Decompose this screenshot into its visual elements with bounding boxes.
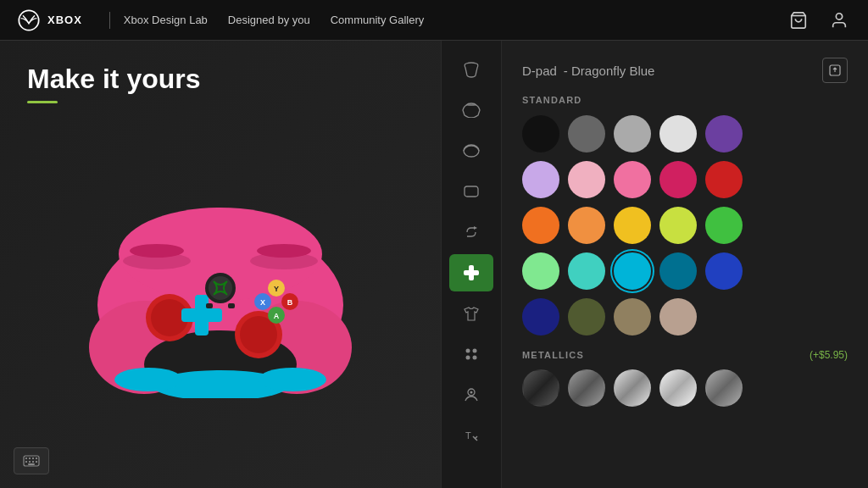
color-section-name: D-pad	[522, 64, 557, 78]
keyboard-icon	[23, 455, 40, 467]
sidebar-item-share[interactable]	[449, 214, 493, 251]
sidebar-item-triggers[interactable]	[449, 92, 493, 129]
svg-marker-45	[474, 226, 477, 230]
color-swatch[interactable]	[614, 161, 651, 198]
export-button[interactable]	[822, 58, 848, 83]
controller-area: Y X B A	[27, 103, 414, 464]
color-swatch[interactable]	[659, 207, 697, 244]
metallics-price: (+$5.95)	[810, 349, 848, 361]
color-swatch[interactable]	[659, 252, 697, 290]
color-swatch[interactable]	[522, 161, 559, 198]
header: XBOX Xbox Design Lab Designed by you Com…	[0, 0, 868, 41]
color-swatch[interactable]	[705, 115, 743, 152]
color-swatch[interactable]	[705, 207, 743, 244]
cart-button[interactable]	[787, 8, 810, 32]
svg-rect-27	[206, 303, 213, 308]
sidebar-item-controller-body[interactable]	[449, 51, 493, 88]
color-swatch[interactable]	[659, 161, 697, 198]
controller-image: Y X B A	[76, 169, 364, 398]
share-icon	[464, 225, 479, 240]
svg-rect-39	[29, 461, 31, 463]
svg-rect-28	[228, 303, 235, 308]
triggers-icon	[461, 103, 481, 118]
svg-rect-42	[28, 463, 35, 465]
dots-icon	[464, 347, 479, 362]
color-swatch[interactable]	[522, 298, 559, 336]
svg-rect-47	[464, 270, 479, 275]
color-swatch[interactable]	[614, 115, 651, 152]
sidebar: T	[441, 41, 502, 488]
text-icon: T	[464, 428, 479, 443]
metallic-color-swatch[interactable]	[705, 369, 743, 407]
shirt-icon	[463, 306, 480, 321]
back-icon	[463, 185, 480, 198]
metallic-color-swatch[interactable]	[522, 369, 559, 407]
color-swatch[interactable]	[568, 115, 605, 152]
svg-point-31	[130, 244, 184, 258]
svg-text:A: A	[274, 312, 280, 320]
svg-point-9	[114, 368, 182, 391]
svg-point-2	[836, 13, 842, 19]
page-title-area: Make it yours	[27, 64, 414, 103]
color-swatch[interactable]	[705, 161, 743, 198]
svg-rect-38	[25, 461, 27, 463]
color-swatch[interactable]	[614, 207, 651, 244]
svg-rect-36	[32, 458, 34, 459]
svg-rect-35	[29, 458, 31, 459]
metallics-label: METALLICS	[522, 350, 584, 360]
metallic-color-swatch[interactable]	[614, 369, 651, 407]
color-swatch[interactable]	[522, 115, 559, 152]
sidebar-item-shirt[interactable]	[449, 295, 493, 332]
sidebar-item-bumpers[interactable]	[449, 132, 493, 169]
standard-color-grid	[522, 115, 848, 336]
main-content: Make it yours	[0, 41, 868, 488]
color-swatch[interactable]	[568, 161, 605, 198]
profile-icon	[464, 387, 479, 402]
color-swatch[interactable]	[568, 298, 605, 336]
svg-point-48	[466, 349, 470, 353]
svg-point-0	[19, 10, 38, 30]
color-swatch[interactable]	[568, 207, 605, 244]
color-swatch[interactable]	[522, 252, 559, 290]
bumpers-icon	[461, 142, 481, 159]
svg-point-10	[259, 368, 326, 391]
dpad-icon	[463, 264, 480, 281]
color-swatch[interactable]	[705, 252, 743, 290]
metallic-color-swatch[interactable]	[659, 369, 697, 407]
color-swatch[interactable]	[614, 252, 651, 290]
svg-text:X: X	[260, 298, 265, 307]
color-swatch[interactable]	[522, 207, 559, 244]
cart-icon	[789, 11, 808, 30]
account-button[interactable]	[827, 8, 851, 32]
color-swatch[interactable]	[614, 298, 651, 336]
logo[interactable]: XBOX	[17, 8, 82, 32]
color-section-header: D-pad - Dragonfly Blue	[522, 58, 848, 83]
sidebar-item-back[interactable]	[449, 173, 493, 210]
color-swatch[interactable]	[659, 115, 697, 152]
header-nav: Xbox Design Lab Designed by you Communit…	[124, 14, 787, 26]
sidebar-item-dots[interactable]	[449, 336, 493, 373]
svg-rect-16	[181, 308, 222, 322]
color-swatch[interactable]	[659, 298, 697, 336]
controller-body-icon	[462, 61, 481, 78]
sidebar-item-dpad[interactable]	[449, 254, 493, 291]
svg-point-32	[257, 244, 311, 258]
svg-text:B: B	[287, 298, 293, 307]
svg-rect-44	[465, 186, 478, 197]
header-divider	[109, 12, 110, 29]
color-swatch[interactable]	[568, 252, 605, 290]
keyboard-button[interactable]	[14, 447, 49, 474]
metallics-header: METALLICS (+$5.95)	[522, 349, 848, 361]
sidebar-item-profile[interactable]	[449, 376, 493, 413]
nav-xbox-design-lab[interactable]: Xbox Design Lab	[124, 14, 208, 26]
svg-rect-37	[36, 458, 37, 459]
svg-rect-41	[36, 461, 37, 463]
svg-text:T: T	[465, 430, 471, 441]
metallic-color-swatch[interactable]	[568, 369, 605, 407]
nav-designed-by-you[interactable]: Designed by you	[228, 14, 310, 26]
nav-community-gallery[interactable]: Community Gallery	[331, 14, 425, 26]
xbox-logo-icon	[17, 8, 41, 32]
sidebar-item-text[interactable]: T	[449, 417, 493, 454]
svg-rect-40	[32, 461, 34, 463]
svg-point-49	[473, 349, 477, 353]
